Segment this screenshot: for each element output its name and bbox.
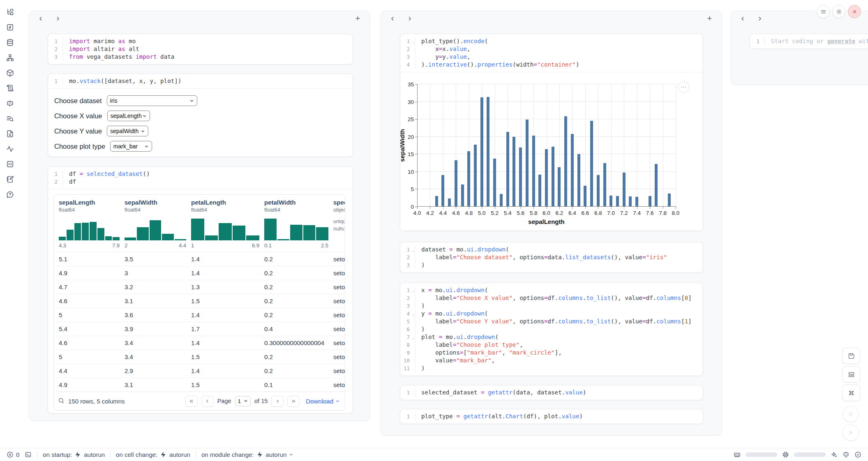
settings-button[interactable] (832, 5, 845, 18)
notebook-menu-button[interactable] (817, 5, 830, 18)
code-editor[interactable]: 1⌄dataset = mo.ui.dropdown(2 label="Choo… (400, 242, 703, 272)
search-icon[interactable] (58, 397, 65, 405)
y-tick-label: 30 (408, 99, 414, 105)
dropdown-select[interactable]: sepalLength (107, 111, 150, 121)
page-of-label: of 15 (254, 398, 268, 404)
code-line: 2 label="Choose X value", options=df.col… (400, 294, 703, 302)
table-cell: 0.4 (259, 325, 328, 332)
code-line: 2df (48, 178, 353, 186)
table-cell: 0.2 (259, 256, 328, 263)
function-square-icon[interactable] (6, 23, 14, 31)
column-header[interactable]: petalLengthfloat6416.9 (191, 199, 264, 249)
table-cell: 0.2 (259, 284, 328, 290)
terminal-toggle[interactable] (25, 451, 32, 458)
on-startup-mode[interactable]: on startup: autorun (43, 451, 105, 458)
hist-bar (74, 223, 81, 240)
dependency-graph-icon[interactable] (6, 54, 14, 62)
code-square-icon[interactable] (6, 160, 14, 168)
cpu-usage-meter (794, 452, 826, 457)
column-scroll-right-icon[interactable] (757, 16, 763, 22)
code-line: 2 label="Choose dataset", options=data.l… (400, 254, 703, 261)
save-button[interactable] (842, 348, 860, 364)
terminal-icon (25, 451, 32, 458)
column-scroll-left-icon[interactable] (740, 16, 746, 22)
x-tick-label: 4.8 (465, 210, 473, 216)
dropdown-select[interactable]: sepalWidth (107, 126, 148, 136)
chart-bar (526, 120, 529, 207)
chart-bar (564, 116, 567, 207)
hist-bar (264, 219, 277, 240)
chart-bar (506, 132, 509, 207)
first-page-button[interactable] (185, 396, 198, 407)
column-scroll-left-icon[interactable] (390, 16, 396, 22)
on-module-change-mode[interactable]: on module change: autorun (201, 451, 293, 458)
code-editor[interactable]: 1⌄x = mo.ui.dropdown(2 label="Choose X v… (400, 283, 703, 376)
column-header[interactable]: petalWidthfloat640.12.5 (264, 199, 333, 249)
column-header[interactable]: sepalWidthfloat6424.4 (125, 199, 191, 249)
on-cell-change-mode[interactable]: on cell change: autorun (116, 451, 190, 458)
page-select[interactable]: 1 (235, 396, 251, 406)
code-editor[interactable]: 1mo.vstack([dataset, x, y, plot]) (48, 74, 353, 88)
last-page-button[interactable] (287, 396, 300, 407)
next-page-button[interactable] (271, 396, 284, 407)
code-editor[interactable]: 1selected_dataset = getattr(data, datase… (400, 385, 703, 400)
download-button[interactable]: Download (306, 398, 340, 405)
column-header[interactable]: speciesobjectunique:nulls: (333, 199, 345, 249)
dropdown-select[interactable]: iris (107, 95, 197, 106)
x-tick-mark (547, 207, 547, 209)
table-row: 53.61.40.2setosa (54, 308, 345, 322)
hist-bar (205, 235, 218, 240)
x-tick-mark (572, 207, 573, 209)
column-header[interactable]: sepalLengthfloat644.37.9 (59, 199, 125, 249)
hist-bar (125, 237, 136, 240)
table-cell: 1.4 (186, 367, 259, 374)
dropdown-select[interactable]: mark_bar (110, 141, 152, 152)
x-tick-mark (417, 207, 418, 209)
runmode-label: on module change: (201, 451, 254, 458)
save-icon (848, 353, 855, 360)
code-editor[interactable]: 1import marimo as mo2import altair as al… (48, 34, 353, 64)
shutdown-button[interactable] (848, 5, 861, 18)
hist-bar (113, 237, 120, 240)
error-count[interactable]: 0 (7, 451, 19, 458)
assistant-bot-icon[interactable] (843, 451, 850, 458)
add-cell-icon[interactable] (706, 15, 713, 22)
keyboard-shortcuts-button[interactable] (842, 385, 860, 401)
x-axis-line (417, 206, 676, 207)
chart-bar (448, 198, 451, 207)
table-row: 53.41.50.2setosa (54, 350, 345, 364)
column-scroll-left-icon[interactable] (38, 16, 44, 22)
table-cell: 4.4 (54, 367, 120, 374)
code-editor[interactable]: 1df = selected_dataset()2df (48, 167, 353, 189)
stop-button[interactable] (843, 406, 859, 422)
x-tick-mark (585, 207, 586, 209)
code-editor[interactable]: 1Start coding or generate with (750, 34, 868, 48)
column-scroll-right-icon[interactable] (406, 16, 413, 22)
run-button[interactable] (843, 424, 859, 441)
vega-actions-menu-icon[interactable]: ⋯ (678, 81, 689, 93)
hist-bar (175, 239, 186, 240)
scroll-text-icon[interactable] (6, 84, 14, 92)
file-text-icon[interactable] (6, 130, 14, 138)
prev-page-button[interactable] (201, 396, 214, 407)
connection-status-icon[interactable] (854, 451, 861, 458)
sparkles-icon[interactable] (831, 451, 838, 458)
database-icon[interactable] (6, 39, 14, 46)
help-circle-icon[interactable] (6, 191, 14, 198)
file-tree-icon[interactable] (6, 8, 14, 16)
code-editor[interactable]: 1plot_type = getattr(alt.Chart(df), plot… (400, 409, 703, 424)
layout-button[interactable] (842, 366, 860, 383)
column-scroll-right-icon[interactable] (55, 16, 61, 22)
play-icon (848, 430, 854, 436)
hist-bar (90, 222, 97, 240)
package-icon[interactable] (6, 69, 14, 77)
activity-icon[interactable] (6, 145, 14, 153)
add-cell-icon[interactable] (355, 15, 361, 22)
table-cell: 1.7 (186, 325, 259, 332)
code-editor[interactable]: 1⌄plot_type().encode(2 x=x.value,3 y=y.v… (400, 34, 703, 72)
chat-bot-icon[interactable] (6, 99, 14, 107)
chart-bar (584, 186, 586, 207)
list-search-icon[interactable] (6, 115, 14, 122)
notebook-pen-icon[interactable] (6, 175, 14, 183)
code-line: 1Start coding or generate with (750, 37, 868, 45)
